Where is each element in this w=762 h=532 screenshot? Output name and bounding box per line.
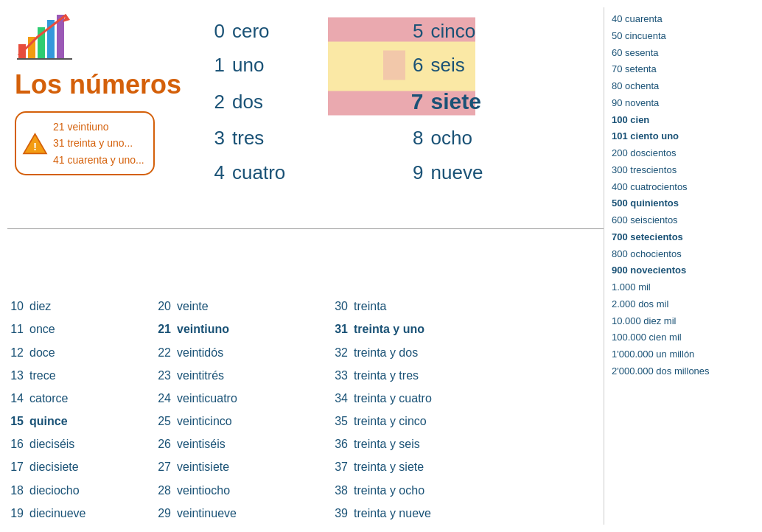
row-number: 14: [7, 387, 24, 410]
number-row: 17diecisiete: [7, 455, 155, 478]
number-word: cero: [232, 15, 270, 47]
number-word: cinco: [431, 15, 476, 47]
right-col-item: 60 sesenta: [612, 45, 751, 62]
number-row: 23veintitrés: [155, 364, 332, 387]
row-number: 31: [332, 318, 348, 340]
horizontal-divider: [7, 228, 604, 229]
number-row: 26veintiséis: [155, 433, 332, 455]
row-number: 12: [7, 341, 24, 364]
number-digit: 6: [409, 49, 424, 81]
number-row: 38treinta y ocho: [332, 479, 538, 502]
number-word: siete: [431, 83, 481, 120]
svg-text:!: !: [33, 140, 37, 153]
center-number-item: 4cuatro: [210, 156, 394, 189]
row-number: 27: [155, 455, 171, 478]
row-number: 32: [332, 341, 348, 364]
number-word: nueve: [431, 156, 483, 189]
number-row: 18dieciocho: [7, 479, 155, 502]
row-word: diecisiete: [29, 455, 79, 478]
center-number-item: 2dos: [210, 83, 394, 120]
number-word: tres: [232, 122, 264, 154]
number-row: 34treinta y cuatro: [332, 387, 538, 410]
row-word: veintiséis: [177, 433, 226, 455]
numbers-column-1: 10diez11once12doce13trece14catorce15quin…: [7, 295, 155, 525]
number-digit: 0: [210, 15, 225, 47]
number-row: 12doce: [7, 341, 155, 364]
row-number: 37: [332, 455, 348, 478]
number-row: 35treinta y cinco: [332, 410, 538, 433]
center-number-item: 3tres: [210, 122, 394, 154]
row-word: treinta y cuatro: [354, 387, 432, 410]
row-number: 30: [332, 295, 348, 318]
row-word: trece: [29, 364, 56, 387]
right-col-item: 800 ochocientos: [612, 246, 751, 263]
warning-line-1: 21 veintiuno: [53, 119, 144, 135]
number-word: cuatro: [232, 156, 285, 189]
row-number: 23: [155, 364, 171, 387]
row-number: 34: [332, 387, 348, 410]
numbers-column-3: 30treinta31treinta y uno32treinta y dos3…: [332, 295, 538, 525]
right-col-item: 70 setenta: [612, 61, 751, 78]
number-row: 32treinta y dos: [332, 341, 538, 364]
row-word: veintisiete: [177, 455, 229, 478]
row-word: veinte: [177, 295, 209, 318]
row-word: catorce: [29, 387, 68, 410]
row-number: 10: [7, 295, 24, 318]
number-word: uno: [232, 49, 264, 81]
row-word: treinta y ocho: [354, 479, 424, 502]
right-col-item: 101 ciento uno: [612, 128, 751, 145]
number-digit: 5: [409, 15, 424, 47]
row-number: 38: [332, 479, 348, 502]
number-row: 37treinta y siete: [332, 455, 538, 478]
right-col-item: 1.000 mil: [612, 279, 751, 296]
row-number: 33: [332, 364, 348, 387]
row-number: 21: [155, 318, 171, 340]
warning-text: 21 veintiuno 31 treinta y uno... 41 cuar…: [53, 119, 144, 168]
row-word: treinta y nueve: [354, 502, 431, 525]
right-col-item: 600 seiscientos: [612, 212, 751, 229]
row-word: doce: [29, 341, 55, 364]
center-number-item: 8ocho: [409, 122, 593, 154]
number-row: 28veintiocho: [155, 479, 332, 502]
row-word: veintinueve: [177, 502, 237, 525]
right-col-item: 900 novecientos: [612, 262, 751, 279]
number-row: 10diez: [7, 295, 155, 318]
right-col-item: 2'000.000 dos millones: [612, 363, 751, 380]
chart-icon: [15, 11, 74, 63]
right-section: 40 cuarenta50 cincuenta60 sesenta70 sete…: [604, 7, 755, 525]
row-number: 13: [7, 364, 24, 387]
page-title: Los números: [15, 69, 192, 100]
row-word: veinticinco: [177, 410, 232, 433]
center-number-item: 7siete: [409, 83, 593, 120]
number-row: 16dieciséis: [7, 433, 155, 455]
row-word: treinta: [354, 295, 386, 318]
row-word: veintiuno: [177, 318, 229, 340]
number-digit: 1: [210, 49, 225, 81]
right-col-item: 100.000 cien mil: [612, 329, 751, 346]
right-col-item: 200 doscientos: [612, 145, 751, 162]
center-numbers-grid: 0cero5cinco1uno6seis2dos7siete3tres8ocho…: [210, 11, 593, 189]
right-col-item: 400 cuatrocientos: [612, 179, 751, 196]
row-word: diez: [29, 295, 51, 318]
right-col-item: 500 quinientos: [612, 195, 751, 212]
number-word: seis: [431, 49, 465, 81]
row-number: 16: [7, 433, 24, 455]
right-col-item: 40 cuarenta: [612, 11, 751, 28]
right-col-item: 80 ochenta: [612, 78, 751, 95]
row-word: treinta y cinco: [354, 410, 427, 433]
number-row: 29veintinueve: [155, 502, 332, 525]
number-row: 20veinte: [155, 295, 332, 318]
row-word: veinticuatro: [177, 387, 237, 410]
number-digit: 7: [409, 83, 424, 120]
number-row: 33treinta y tres: [332, 364, 538, 387]
numbers-column-2: 20veinte21veintiuno22veintidós23veintitr…: [155, 295, 332, 525]
number-row: 30treinta: [332, 295, 538, 318]
number-digit: 8: [409, 122, 424, 154]
right-col-item: 90 noventa: [612, 95, 751, 112]
row-word: veintiocho: [177, 479, 230, 502]
warning-icon: !: [22, 133, 48, 155]
row-number: 22: [155, 341, 171, 364]
warning-line-2: 31 treinta y uno...: [53, 135, 144, 151]
number-word: ocho: [431, 122, 472, 154]
number-row: 22veintidós: [155, 341, 332, 364]
